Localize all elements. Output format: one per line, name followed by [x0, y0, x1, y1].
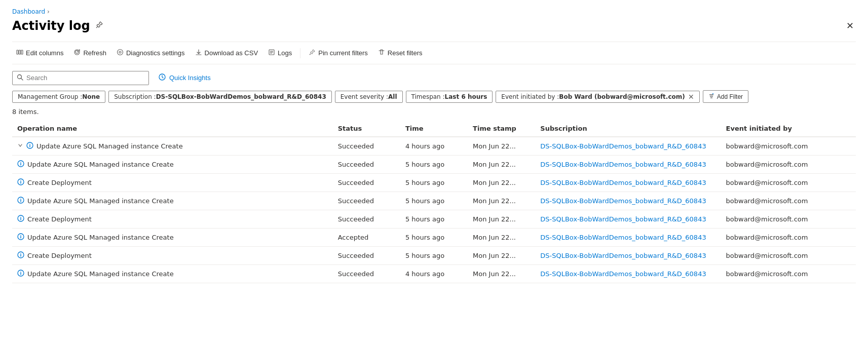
table-row[interactable]: Update Azure SQL Managed instance Create… [12, 229, 856, 247]
info-icon [17, 160, 24, 169]
refresh-label: Refresh [83, 49, 106, 57]
cell-event-by-4: bobward@microsoft.com [721, 210, 856, 229]
add-filter-label: Add Filter [717, 93, 743, 100]
cell-time-0: 4 hours ago [400, 137, 468, 156]
filter-mgmt-value: None [82, 93, 100, 100]
cell-time-6: 5 hours ago [400, 247, 468, 265]
add-filter-button[interactable]: Add Filter [703, 90, 748, 103]
operation-name: Update Azure SQL Managed instance Create [27, 270, 174, 278]
table-row[interactable]: Update Azure SQL Managed instance Create… [12, 156, 856, 174]
close-button[interactable]: ✕ [844, 18, 856, 33]
table-row[interactable]: Create DeploymentSucceeded5 hours agoMon… [12, 247, 856, 265]
table-header-row: Operation name Status Time Time stamp Su… [12, 121, 856, 137]
table-row[interactable]: Update Azure SQL Managed instance Create… [12, 265, 856, 283]
cell-subscription-2[interactable]: DS-SQLBox-BobWardDemos_bobward_R&D_60843 [535, 174, 721, 192]
cell-timestamp-7: Mon Jun 22... [468, 265, 535, 283]
subscription-link[interactable]: DS-SQLBox-BobWardDemos_bobward_R&D_60843 [540, 252, 706, 259]
page-title-area: Activity log [12, 19, 103, 33]
table-row[interactable]: Update Azure SQL Managed instance Create… [12, 192, 856, 210]
cell-status-2: Succeeded [333, 174, 400, 192]
pin-filters-label: Pin current filters [318, 49, 368, 57]
svg-point-24 [20, 162, 21, 163]
info-icon [17, 178, 24, 187]
refresh-button[interactable]: Refresh [69, 46, 110, 60]
col-header-event-by: Event initiated by [721, 121, 856, 137]
quick-insights-button[interactable]: Quick Insights [153, 70, 216, 85]
subscription-link[interactable]: DS-SQLBox-BobWardDemos_bobward_R&D_60843 [540, 197, 706, 205]
cell-subscription-4[interactable]: DS-SQLBox-BobWardDemos_bobward_R&D_60843 [535, 210, 721, 229]
reset-filters-icon [378, 49, 385, 57]
table-row[interactable]: Create DeploymentSucceeded5 hours agoMon… [12, 210, 856, 229]
cell-subscription-1[interactable]: DS-SQLBox-BobWardDemos_bobward_R&D_60843 [535, 156, 721, 174]
table-body: Update Azure SQL Managed instance Create… [12, 137, 856, 283]
filter-tag-mgmt: Management Group : None [12, 91, 105, 103]
cell-subscription-5[interactable]: DS-SQLBox-BobWardDemos_bobward_R&D_60843 [535, 229, 721, 247]
cell-operation-4: Create Deployment [12, 210, 333, 229]
subscription-link[interactable]: DS-SQLBox-BobWardDemos_bobward_R&D_60843 [540, 161, 706, 168]
pin-filters-button[interactable]: Pin current filters [305, 46, 372, 60]
diagnostics-button[interactable]: Diagnostics settings [112, 46, 189, 60]
subscription-link[interactable]: DS-SQLBox-BobWardDemos_bobward_R&D_60843 [540, 179, 706, 186]
subscription-link[interactable]: DS-SQLBox-BobWardDemos_bobward_R&D_60843 [540, 234, 706, 241]
svg-point-42 [20, 272, 21, 272]
subscription-link[interactable]: DS-SQLBox-BobWardDemos_bobward_R&D_60843 [540, 215, 706, 223]
filter-event-by-close[interactable]: ✕ [688, 93, 694, 100]
filter-event-by-value: Bob Ward (bobward@microsoft.com) [559, 93, 685, 100]
info-icon [17, 251, 24, 260]
filter-timespan-label: Timespan : [411, 93, 445, 100]
reset-filters-button[interactable]: Reset filters [374, 46, 427, 60]
cell-subscription-6[interactable]: DS-SQLBox-BobWardDemos_bobward_R&D_60843 [535, 247, 721, 265]
quick-insights-label: Quick Insights [169, 74, 211, 82]
cell-timestamp-0: Mon Jun 22... [468, 137, 535, 156]
download-csv-label: Download as CSV [205, 49, 258, 57]
cell-status-7: Succeeded [333, 265, 400, 283]
edit-columns-button[interactable]: Edit columns [12, 46, 67, 60]
cell-subscription-0[interactable]: DS-SQLBox-BobWardDemos_bobward_R&D_60843 [535, 137, 721, 156]
search-box[interactable] [12, 71, 149, 85]
filter-severity-label: Event severity : [341, 93, 388, 100]
cell-status-3: Succeeded [333, 192, 400, 210]
cell-operation-5: Update Azure SQL Managed instance Create [12, 229, 333, 247]
table-row[interactable]: Create DeploymentSucceeded5 hours agoMon… [12, 174, 856, 192]
filter-mgmt-label: Management Group : [18, 93, 82, 100]
cell-event-by-6: bobward@microsoft.com [721, 247, 856, 265]
subscription-link[interactable]: DS-SQLBox-BobWardDemos_bobward_R&D_60843 [540, 142, 706, 150]
cell-subscription-7[interactable]: DS-SQLBox-BobWardDemos_bobward_R&D_60843 [535, 265, 721, 283]
operation-name: Create Deployment [27, 252, 92, 259]
expand-icon[interactable] [17, 142, 23, 150]
svg-line-10 [310, 54, 311, 55]
svg-point-36 [20, 235, 21, 236]
svg-point-5 [119, 51, 121, 53]
cell-status-5: Accepted [333, 229, 400, 247]
svg-rect-1 [17, 50, 18, 54]
toolbar: Edit columns Refresh Diagnostics setting… [12, 42, 856, 64]
cell-operation-3: Update Azure SQL Managed instance Create [12, 192, 333, 210]
table-row[interactable]: Update Azure SQL Managed instance Create… [12, 137, 856, 156]
refresh-icon [73, 49, 81, 57]
cell-time-3: 5 hours ago [400, 192, 468, 210]
filter-tags-row: Management Group : None Subscription : D… [12, 90, 856, 103]
search-input[interactable] [26, 74, 144, 82]
page-header: Activity log ✕ [12, 18, 856, 33]
operation-name: Update Azure SQL Managed instance Create [27, 197, 174, 205]
col-header-operation: Operation name [12, 121, 333, 137]
operation-name: Create Deployment [27, 215, 92, 223]
pin-icon[interactable] [95, 21, 103, 31]
page-container: Dashboard › Activity log ✕ Edit columns [0, 0, 868, 291]
info-icon [17, 197, 24, 205]
subscription-link[interactable]: DS-SQLBox-BobWardDemos_bobward_R&D_60843 [540, 270, 706, 278]
col-header-timestamp: Time stamp [468, 121, 535, 137]
download-csv-button[interactable]: Download as CSV [191, 46, 262, 60]
svg-line-0 [96, 26, 98, 28]
cell-subscription-3[interactable]: DS-SQLBox-BobWardDemos_bobward_R&D_60843 [535, 192, 721, 210]
filter-tag-event-by: Event initiated by : Bob Ward (bobward@m… [496, 91, 699, 103]
cell-event-by-0: bobward@microsoft.com [721, 137, 856, 156]
logs-button[interactable]: Logs [264, 46, 296, 60]
cell-operation-1: Update Azure SQL Managed instance Create [12, 156, 333, 174]
svg-point-27 [20, 180, 21, 181]
svg-rect-3 [21, 50, 23, 54]
breadcrumb-parent[interactable]: Dashboard [12, 8, 45, 15]
pin-filters-icon [309, 49, 316, 57]
download-icon [195, 49, 202, 57]
filter-tag-sub: Subscription : DS-SQLBox-BobWardDemos_bo… [108, 91, 332, 103]
